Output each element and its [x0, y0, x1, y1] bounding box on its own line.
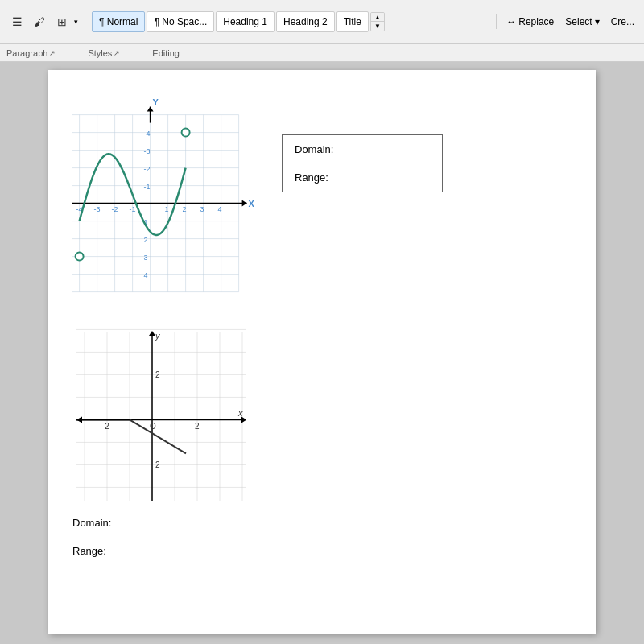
range2-row: Range: — [72, 545, 572, 557]
select-button[interactable]: Select ▾ — [562, 14, 602, 29]
domain-range-box: Domain: Range: — [282, 134, 443, 192]
create-button[interactable]: Cre... — [608, 14, 638, 29]
styles-subtitle: Styles ↗ — [88, 48, 120, 58]
editing-subtitle: Editing — [152, 48, 180, 58]
paragraph-text: Paragraph — [6, 48, 47, 58]
labels-section: Domain: Range: — [72, 517, 572, 557]
domain-label: Domain: — [295, 143, 333, 155]
graph1-canvas — [72, 86, 258, 312]
main-content: Domain: Range: Domain: Range: — [0, 62, 644, 644]
styles-expand-icon: ↗ — [114, 49, 120, 57]
graph1-container — [72, 86, 258, 312]
select-label: Select — [565, 16, 592, 27]
graph2-canvas — [72, 328, 250, 505]
heading1-style-btn[interactable]: Heading 1 — [216, 11, 275, 32]
select-chevron: ▾ — [595, 16, 600, 27]
paragraph-expand-icon: ↗ — [49, 49, 56, 57]
editing-section: ↔ Replace Select ▾ Cre... — [496, 14, 638, 29]
heading2-style-btn[interactable]: Heading 2 — [276, 11, 335, 32]
paragraph-expand: ▾ — [74, 18, 78, 26]
paragraph-subtitle: Paragraph ↗ — [6, 48, 56, 58]
graph-section-2 — [72, 328, 572, 505]
no-spacing-style-btn[interactable]: ¶ No Spac... — [147, 11, 214, 32]
range2-label: Range: — [72, 545, 106, 557]
create-label: Cre... — [611, 16, 634, 27]
editing-text: Editing — [152, 48, 180, 58]
title-style-btn[interactable]: Title — [336, 11, 369, 32]
domain2-label: Domain: — [72, 517, 111, 529]
styles-scroll[interactable]: ▲ ▼ — [370, 12, 385, 31]
table-icon[interactable]: ⊞ — [52, 11, 72, 32]
normal-style-btn[interactable]: ¶ Normal — [92, 11, 145, 32]
replace-button[interactable]: ↔ Replace — [503, 14, 557, 29]
styles-section: ¶ Normal ¶ No Spac... Heading 1 Heading … — [92, 11, 493, 32]
domain-row: Domain: — [295, 143, 430, 155]
replace-label: Replace — [518, 16, 554, 27]
subtitle-bar: Paragraph ↗ Styles ↗ Editing — [0, 44, 644, 62]
scroll-up-arrow[interactable]: ▲ — [371, 13, 384, 22]
scroll-down-arrow[interactable]: ▼ — [371, 22, 384, 31]
list-icon[interactable]: ☰ — [6, 11, 27, 32]
replace-icon: ↔ — [506, 16, 516, 27]
range-row: Range: — [295, 171, 430, 184]
paint-icon[interactable]: 🖌 — [29, 11, 50, 32]
styles-text: Styles — [88, 48, 112, 58]
range-label: Range: — [295, 171, 328, 184]
domain2-row: Domain: — [72, 517, 572, 529]
graph-section-1: Domain: Range: — [72, 86, 572, 312]
document-page: Domain: Range: Domain: Range: — [48, 70, 596, 634]
toolbar: ☰ 🖌 ⊞ ▾ ¶ Normal ¶ No Spac... Heading 1 … — [0, 0, 644, 44]
paragraph-section: ☰ 🖌 ⊞ ▾ — [6, 11, 85, 32]
